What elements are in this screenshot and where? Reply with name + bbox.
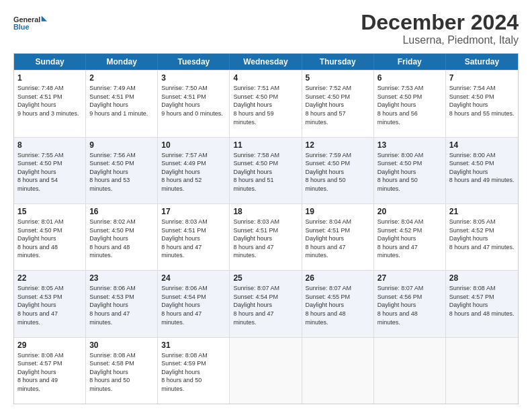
day-number: 26 [306, 273, 370, 283]
day-info: Sunrise: 8:05 AMSunset: 4:52 PMDaylight … [449, 218, 515, 251]
calendar-header: SundayMondayTuesdayWednesdayThursdayFrid… [14, 54, 518, 70]
svg-marker-2 [42, 16, 47, 21]
day-info: Sunrise: 8:08 AMSunset: 4:57 PMDaylight … [17, 351, 82, 394]
calendar-day-cell-10: 10 Sunrise: 7:57 AMSunset: 4:49 PMDaylig… [158, 138, 230, 203]
logo: General Blue [13, 11, 47, 38]
calendar-day-cell-24: 24 Sunrise: 8:06 AMSunset: 4:54 PMDaylig… [158, 271, 230, 336]
calendar-day-cell-30: 30 Sunrise: 8:08 AMSunset: 4:58 PMDaylig… [86, 338, 158, 404]
day-number: 11 [233, 140, 298, 150]
calendar-day-cell-4: 4 Sunrise: 7:51 AMSunset: 4:50 PMDayligh… [230, 71, 302, 136]
day-info: Sunrise: 7:57 AMSunset: 4:49 PMDaylight … [161, 151, 226, 193]
calendar-day-header: Saturday [446, 54, 518, 70]
calendar-day-cell-25: 25 Sunrise: 8:07 AMSunset: 4:54 PMDaylig… [230, 271, 302, 336]
calendar-day-header: Thursday [302, 54, 374, 70]
day-info: Sunrise: 8:01 AMSunset: 4:50 PMDaylight … [17, 218, 82, 260]
calendar-day-cell-16: 16 Sunrise: 8:02 AMSunset: 4:50 PMDaylig… [86, 204, 158, 270]
calendar-day-cell-27: 27 Sunrise: 8:07 AMSunset: 4:56 PMDaylig… [374, 271, 446, 336]
day-number: 10 [161, 140, 226, 150]
calendar-day-cell-29: 29 Sunrise: 8:08 AMSunset: 4:57 PMDaylig… [14, 338, 86, 404]
calendar-day-header: Tuesday [158, 54, 230, 70]
day-number: 17 [161, 207, 226, 216]
calendar-empty-cell [374, 338, 446, 404]
calendar-day-cell-15: 15 Sunrise: 8:01 AMSunset: 4:50 PMDaylig… [14, 204, 86, 270]
day-number: 18 [233, 207, 298, 216]
day-info: Sunrise: 8:03 AMSunset: 4:51 PMDaylight … [161, 218, 226, 260]
day-info: Sunrise: 8:04 AMSunset: 4:52 PMDaylight … [378, 218, 442, 260]
day-number: 21 [449, 207, 515, 216]
calendar-day-cell-9: 9 Sunrise: 7:56 AMSunset: 4:50 PMDayligh… [86, 138, 158, 203]
day-info: Sunrise: 8:00 AMSunset: 4:50 PMDaylight … [378, 151, 442, 193]
day-info: Sunrise: 8:06 AMSunset: 4:54 PMDaylight … [161, 284, 226, 326]
day-number: 6 [378, 73, 442, 83]
day-info: Sunrise: 8:05 AMSunset: 4:53 PMDaylight … [17, 284, 82, 326]
day-info: Sunrise: 7:48 AMSunset: 4:51 PMDaylight … [17, 84, 82, 118]
day-info: Sunrise: 7:49 AMSunset: 4:51 PMDaylight … [89, 84, 154, 118]
day-info: Sunrise: 7:52 AMSunset: 4:50 PMDaylight … [306, 84, 370, 126]
calendar-day-cell-20: 20 Sunrise: 8:04 AMSunset: 4:52 PMDaylig… [374, 204, 446, 270]
day-info: Sunrise: 7:55 AMSunset: 4:50 PMDaylight … [17, 151, 82, 193]
day-info: Sunrise: 7:50 AMSunset: 4:51 PMDaylight … [161, 84, 226, 118]
calendar-day-cell-11: 11 Sunrise: 7:58 AMSunset: 4:50 PMDaylig… [230, 138, 302, 203]
calendar-day-header: Wednesday [230, 54, 302, 70]
day-info: Sunrise: 8:07 AMSunset: 4:56 PMDaylight … [378, 284, 442, 326]
calendar-body: 1 Sunrise: 7:48 AMSunset: 4:51 PMDayligh… [14, 70, 518, 404]
calendar-week-1: 1 Sunrise: 7:48 AMSunset: 4:51 PMDayligh… [14, 70, 518, 136]
day-number: 16 [89, 207, 154, 216]
page-title: December 2024 [361, 11, 519, 34]
day-info: Sunrise: 7:53 AMSunset: 4:50 PMDaylight … [378, 84, 442, 126]
svg-text:Blue: Blue [13, 23, 29, 31]
day-info: Sunrise: 8:00 AMSunset: 4:50 PMDaylight … [449, 151, 515, 185]
calendar-day-cell-22: 22 Sunrise: 8:05 AMSunset: 4:53 PMDaylig… [14, 271, 86, 336]
day-info: Sunrise: 8:02 AMSunset: 4:50 PMDaylight … [89, 218, 154, 260]
day-number: 24 [161, 273, 226, 283]
calendar-day-cell-5: 5 Sunrise: 7:52 AMSunset: 4:50 PMDayligh… [302, 71, 374, 136]
day-info: Sunrise: 8:08 AMSunset: 4:58 PMDaylight … [89, 351, 154, 394]
day-info: Sunrise: 8:08 AMSunset: 4:59 PMDaylight … [161, 351, 226, 394]
day-number: 8 [17, 140, 82, 150]
day-number: 20 [378, 207, 442, 216]
day-number: 4 [233, 73, 298, 83]
calendar-week-4: 22 Sunrise: 8:05 AMSunset: 4:53 PMDaylig… [14, 270, 518, 336]
calendar-day-header: Monday [86, 54, 158, 70]
calendar-day-cell-18: 18 Sunrise: 8:03 AMSunset: 4:51 PMDaylig… [230, 204, 302, 270]
day-info: Sunrise: 8:06 AMSunset: 4:53 PMDaylight … [89, 284, 154, 326]
day-number: 28 [449, 273, 515, 283]
calendar-day-cell-1: 1 Sunrise: 7:48 AMSunset: 4:51 PMDayligh… [14, 71, 86, 136]
svg-text:General: General [13, 15, 40, 24]
day-number: 9 [89, 140, 154, 150]
day-number: 2 [89, 73, 154, 83]
calendar-day-header: Friday [374, 54, 446, 70]
day-info: Sunrise: 7:58 AMSunset: 4:50 PMDaylight … [233, 151, 298, 193]
calendar-day-header: Sunday [14, 54, 86, 70]
calendar-day-cell-19: 19 Sunrise: 8:04 AMSunset: 4:51 PMDaylig… [302, 204, 374, 270]
calendar-empty-cell [230, 338, 302, 404]
calendar-empty-cell [302, 338, 374, 404]
logo-svg: General Blue [13, 11, 47, 38]
calendar-day-cell-6: 6 Sunrise: 7:53 AMSunset: 4:50 PMDayligh… [374, 71, 446, 136]
day-number: 1 [17, 73, 82, 83]
day-info: Sunrise: 7:54 AMSunset: 4:50 PMDaylight … [449, 84, 515, 118]
day-number: 30 [89, 340, 154, 350]
day-number: 27 [378, 273, 442, 283]
day-number: 3 [161, 73, 226, 83]
page-subtitle: Luserna, Piedmont, Italy [361, 34, 519, 46]
day-number: 31 [161, 340, 226, 350]
day-number: 12 [306, 140, 370, 150]
calendar-day-cell-23: 23 Sunrise: 8:06 AMSunset: 4:53 PMDaylig… [86, 271, 158, 336]
day-number: 19 [306, 207, 370, 216]
day-info: Sunrise: 7:59 AMSunset: 4:50 PMDaylight … [306, 151, 370, 193]
calendar-day-cell-28: 28 Sunrise: 8:08 AMSunset: 4:57 PMDaylig… [446, 271, 518, 336]
day-info: Sunrise: 8:04 AMSunset: 4:51 PMDaylight … [306, 218, 370, 260]
day-number: 13 [378, 140, 442, 150]
calendar-week-2: 8 Sunrise: 7:55 AMSunset: 4:50 PMDayligh… [14, 137, 518, 203]
title-block: December 2024 Luserna, Piedmont, Italy [361, 11, 519, 46]
day-number: 22 [17, 273, 82, 283]
page: General Blue December 2024 Luserna, Pied… [0, 0, 532, 411]
calendar-day-cell-3: 3 Sunrise: 7:50 AMSunset: 4:51 PMDayligh… [158, 71, 230, 136]
day-number: 23 [89, 273, 154, 283]
calendar-day-cell-21: 21 Sunrise: 8:05 AMSunset: 4:52 PMDaylig… [446, 204, 518, 270]
calendar-day-cell-17: 17 Sunrise: 8:03 AMSunset: 4:51 PMDaylig… [158, 204, 230, 270]
calendar-day-cell-8: 8 Sunrise: 7:55 AMSunset: 4:50 PMDayligh… [14, 138, 86, 203]
day-info: Sunrise: 8:08 AMSunset: 4:57 PMDaylight … [449, 284, 515, 318]
calendar-day-cell-14: 14 Sunrise: 8:00 AMSunset: 4:50 PMDaylig… [446, 138, 518, 203]
